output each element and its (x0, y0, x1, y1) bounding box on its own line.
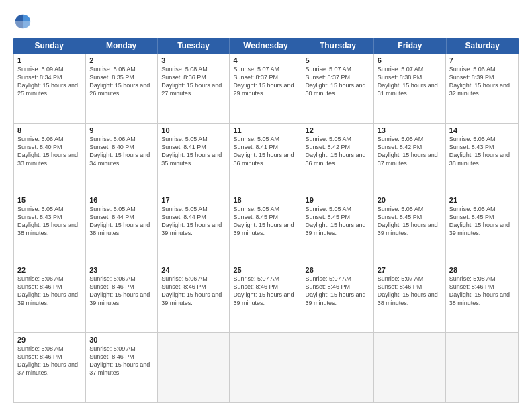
day-info: Sunrise: 5:05 AM Sunset: 8:42 PM Dayligh… (378, 135, 442, 168)
calendar: SundayMondayTuesdayWednesdayThursdayFrid… (13, 38, 519, 403)
day-number: 6 (378, 56, 442, 64)
day-cell-22: 22Sunrise: 5:06 AM Sunset: 8:46 PM Dayli… (14, 263, 86, 332)
day-info: Sunrise: 5:08 AM Sunset: 8:36 PM Dayligh… (161, 65, 226, 98)
day-info: Sunrise: 5:05 AM Sunset: 8:42 PM Dayligh… (306, 135, 370, 168)
day-info: Sunrise: 5:06 AM Sunset: 8:46 PM Dayligh… (161, 275, 226, 308)
day-cell-25: 25Sunrise: 5:07 AM Sunset: 8:46 PM Dayli… (230, 263, 302, 332)
day-cell-7: 7Sunrise: 5:06 AM Sunset: 8:39 PM Daylig… (446, 54, 518, 123)
header-day-thursday: Thursday (302, 38, 374, 54)
day-cell-5: 5Sunrise: 5:07 AM Sunset: 8:37 PM Daylig… (302, 54, 374, 123)
day-number: 4 (233, 56, 298, 64)
day-info: Sunrise: 5:06 AM Sunset: 8:46 PM Dayligh… (89, 275, 154, 308)
day-info: Sunrise: 5:06 AM Sunset: 8:40 PM Dayligh… (17, 135, 82, 168)
day-info: Sunrise: 5:09 AM Sunset: 8:46 PM Dayligh… (89, 345, 154, 377)
day-cell-28: 28Sunrise: 5:08 AM Sunset: 8:46 PM Dayli… (446, 263, 518, 332)
day-cell-12: 12Sunrise: 5:05 AM Sunset: 8:42 PM Dayli… (302, 124, 374, 193)
day-info: Sunrise: 5:05 AM Sunset: 8:45 PM Dayligh… (449, 205, 515, 238)
day-cell-13: 13Sunrise: 5:05 AM Sunset: 8:42 PM Dayli… (374, 124, 446, 193)
day-number: 23 (89, 266, 154, 274)
day-cell-23: 23Sunrise: 5:06 AM Sunset: 8:46 PM Dayli… (86, 263, 158, 332)
logo-icon (13, 12, 32, 31)
day-number: 20 (378, 196, 442, 204)
empty-cell (302, 333, 374, 402)
day-number: 13 (378, 126, 442, 134)
day-cell-10: 10Sunrise: 5:05 AM Sunset: 8:41 PM Dayli… (158, 124, 230, 193)
day-cell-3: 3Sunrise: 5:08 AM Sunset: 8:36 PM Daylig… (158, 54, 230, 123)
day-number: 24 (161, 266, 226, 274)
calendar-header: SundayMondayTuesdayWednesdayThursdayFrid… (13, 38, 519, 54)
day-number: 11 (233, 126, 298, 134)
day-info: Sunrise: 5:05 AM Sunset: 8:41 PM Dayligh… (233, 135, 298, 168)
day-number: 19 (306, 196, 370, 204)
day-cell-4: 4Sunrise: 5:07 AM Sunset: 8:37 PM Daylig… (230, 54, 302, 123)
header-day-monday: Monday (85, 38, 157, 54)
day-info: Sunrise: 5:07 AM Sunset: 8:37 PM Dayligh… (233, 65, 298, 98)
empty-cell (374, 333, 446, 402)
day-cell-14: 14Sunrise: 5:05 AM Sunset: 8:43 PM Dayli… (446, 124, 518, 193)
day-info: Sunrise: 5:05 AM Sunset: 8:45 PM Dayligh… (233, 205, 298, 238)
day-info: Sunrise: 5:06 AM Sunset: 8:39 PM Dayligh… (449, 65, 515, 98)
empty-cell (158, 333, 230, 402)
day-number: 26 (306, 266, 370, 274)
day-info: Sunrise: 5:05 AM Sunset: 8:44 PM Dayligh… (89, 205, 154, 238)
calendar-week-1: 1Sunrise: 5:09 AM Sunset: 8:34 PM Daylig… (14, 54, 518, 124)
day-number: 7 (449, 56, 515, 64)
header-day-tuesday: Tuesday (158, 38, 230, 54)
day-cell-24: 24Sunrise: 5:06 AM Sunset: 8:46 PM Dayli… (158, 263, 230, 332)
day-info: Sunrise: 5:07 AM Sunset: 8:37 PM Dayligh… (306, 65, 370, 98)
day-info: Sunrise: 5:07 AM Sunset: 8:46 PM Dayligh… (306, 275, 370, 308)
logo (13, 12, 36, 31)
header-day-sunday: Sunday (13, 38, 85, 54)
day-number: 22 (17, 266, 82, 274)
page: SundayMondayTuesdayWednesdayThursdayFrid… (0, 0, 532, 411)
day-info: Sunrise: 5:05 AM Sunset: 8:45 PM Dayligh… (306, 205, 370, 238)
empty-cell (446, 333, 518, 402)
day-cell-30: 30Sunrise: 5:09 AM Sunset: 8:46 PM Dayli… (86, 333, 158, 402)
day-number: 28 (449, 266, 515, 274)
header (13, 12, 519, 31)
day-number: 18 (233, 196, 298, 204)
calendar-week-2: 8Sunrise: 5:06 AM Sunset: 8:40 PM Daylig… (14, 124, 518, 193)
day-number: 9 (89, 126, 154, 134)
day-number: 8 (17, 126, 82, 134)
day-info: Sunrise: 5:08 AM Sunset: 8:46 PM Dayligh… (17, 345, 82, 377)
calendar-week-3: 15Sunrise: 5:05 AM Sunset: 8:43 PM Dayli… (14, 193, 518, 263)
day-cell-27: 27Sunrise: 5:07 AM Sunset: 8:46 PM Dayli… (374, 263, 446, 332)
day-number: 27 (378, 266, 442, 274)
day-info: Sunrise: 5:05 AM Sunset: 8:45 PM Dayligh… (378, 205, 442, 238)
day-number: 30 (89, 336, 154, 344)
header-day-friday: Friday (374, 38, 446, 54)
day-info: Sunrise: 5:05 AM Sunset: 8:43 PM Dayligh… (17, 205, 82, 238)
header-day-saturday: Saturday (447, 38, 519, 54)
day-number: 29 (17, 336, 82, 344)
day-cell-17: 17Sunrise: 5:05 AM Sunset: 8:44 PM Dayli… (158, 193, 230, 263)
day-info: Sunrise: 5:05 AM Sunset: 8:44 PM Dayligh… (161, 205, 226, 238)
day-info: Sunrise: 5:07 AM Sunset: 8:46 PM Dayligh… (378, 275, 442, 308)
day-info: Sunrise: 5:06 AM Sunset: 8:46 PM Dayligh… (17, 275, 82, 308)
day-cell-11: 11Sunrise: 5:05 AM Sunset: 8:41 PM Dayli… (230, 124, 302, 193)
calendar-week-5: 29Sunrise: 5:08 AM Sunset: 8:46 PM Dayli… (14, 333, 518, 402)
day-cell-1: 1Sunrise: 5:09 AM Sunset: 8:34 PM Daylig… (14, 54, 86, 123)
day-info: Sunrise: 5:09 AM Sunset: 8:34 PM Dayligh… (17, 65, 82, 98)
day-info: Sunrise: 5:07 AM Sunset: 8:38 PM Dayligh… (378, 65, 442, 98)
day-info: Sunrise: 5:07 AM Sunset: 8:46 PM Dayligh… (233, 275, 298, 308)
day-cell-8: 8Sunrise: 5:06 AM Sunset: 8:40 PM Daylig… (14, 124, 86, 193)
day-cell-15: 15Sunrise: 5:05 AM Sunset: 8:43 PM Dayli… (14, 193, 86, 263)
day-number: 1 (17, 56, 82, 64)
day-cell-16: 16Sunrise: 5:05 AM Sunset: 8:44 PM Dayli… (86, 193, 158, 263)
day-number: 10 (161, 126, 226, 134)
day-cell-2: 2Sunrise: 5:08 AM Sunset: 8:35 PM Daylig… (86, 54, 158, 123)
day-info: Sunrise: 5:08 AM Sunset: 8:35 PM Dayligh… (89, 65, 154, 98)
day-number: 16 (89, 196, 154, 204)
day-cell-9: 9Sunrise: 5:06 AM Sunset: 8:40 PM Daylig… (86, 124, 158, 193)
empty-cell (230, 333, 302, 402)
day-info: Sunrise: 5:05 AM Sunset: 8:43 PM Dayligh… (449, 135, 515, 168)
calendar-week-4: 22Sunrise: 5:06 AM Sunset: 8:46 PM Dayli… (14, 263, 518, 333)
day-number: 15 (17, 196, 82, 204)
calendar-body: 1Sunrise: 5:09 AM Sunset: 8:34 PM Daylig… (13, 54, 519, 403)
day-number: 25 (233, 266, 298, 274)
day-info: Sunrise: 5:05 AM Sunset: 8:41 PM Dayligh… (161, 135, 226, 168)
day-cell-6: 6Sunrise: 5:07 AM Sunset: 8:38 PM Daylig… (374, 54, 446, 123)
day-cell-21: 21Sunrise: 5:05 AM Sunset: 8:45 PM Dayli… (446, 193, 518, 263)
day-cell-29: 29Sunrise: 5:08 AM Sunset: 8:46 PM Dayli… (14, 333, 86, 402)
